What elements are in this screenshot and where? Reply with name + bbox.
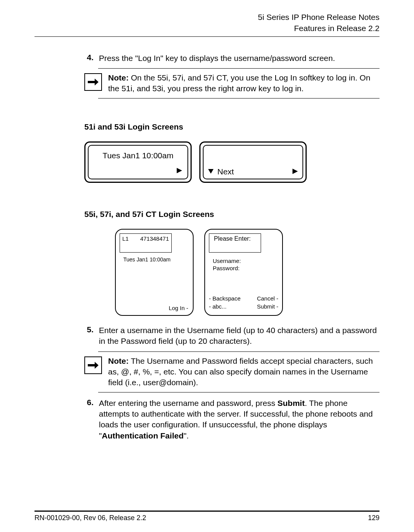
screen-51-left-inner: Tues Jan1 10:00am [88,145,188,179]
step-5: 5. Enter a username in the Username fiel… [84,325,380,347]
arrow-right-icon [84,73,102,91]
right-arrow-icon-2 [292,168,299,176]
note1-bottom-rule [98,98,380,99]
header-rule [34,36,380,37]
abc-softkey: - abc... [209,303,227,310]
arrow-right-icon-2 [84,356,102,374]
down-arrow-icon [207,167,214,176]
header-line2: Features in Release 2.2 [34,23,380,34]
step-4: 4. Press the "Log In" key to displays th… [84,53,380,64]
note1-top-rule [98,68,380,69]
step-6-submit: Submit [278,399,305,407]
step-4-number: 4. [84,53,94,64]
submit-softkey: Submit - [257,303,278,310]
screen-51-right-inner: Next [203,145,303,179]
step-6-number: 6. [84,398,94,441]
screen-51-left: Tues Jan1 10:00am [84,141,192,183]
note-1-body: On the 55i, 57i, and 57i CT, you use the… [108,73,370,93]
login-screens-55-57: L1 471348471 Tues Jan1 10:00am Log In - … [115,229,380,316]
next-text: Next [217,167,234,176]
backspace-softkey: - Backspace [209,295,241,302]
step-6-text3: ". [184,431,189,440]
footer-page-number: 129 [368,514,380,522]
note2-bottom-rule [98,392,380,392]
note-2-text: Note: The Username and Password fields a… [108,356,380,388]
screen-51-right: Next [199,141,307,183]
screen-55b-softkeys: - Backspace Cancel - - abc... Submit - [209,295,278,311]
note-1-text: Note: On the 55i, 57i, and 57i CT, you u… [108,72,380,94]
step-6: 6. After entering the username and passw… [84,398,380,441]
screen-55-login-softkey: Log In - [169,305,188,311]
footer-left: RN-001029-00, Rev 06, Release 2.2 [34,514,146,522]
right-arrow-icon [93,166,183,176]
next-label-group: Next [207,167,234,176]
note2-top-rule [98,351,380,352]
screen-55-number: 471348471 [140,235,169,251]
page: 5i Series IP Phone Release Notes Feature… [0,0,414,532]
step-6-text: After entering the username and password… [99,398,380,441]
screen-55-time: Tues Jan1 10:00am [120,256,189,263]
header: 5i Series IP Phone Release Notes Feature… [34,11,380,34]
step-4-text: Press the "Log In" key to displays the u… [99,53,380,64]
subheading-55-57: 55i, 57i, and 57i CT Login Screens [84,210,380,219]
screen-55-right: Please Enter: Username: Password: - Back… [204,229,283,316]
header-line1: 5i Series IP Phone Release Notes [34,11,380,23]
note-1-label: Note: [108,73,129,82]
content: 4. Press the "Log In" key to displays th… [34,53,380,441]
note-2: Note: The Username and Password fields a… [84,356,380,388]
step-6-authfail: Authentication Failed [102,431,184,440]
step-6-text1: After entering the username and password… [99,399,278,407]
username-label: Username: [213,257,278,265]
screen-55b-fields: Username: Password: [213,257,278,272]
footer: RN-001029-00, Rev 06, Release 2.2 129 [34,509,380,522]
note-2-label: Note: [108,356,129,365]
screen-55-line-box: L1 471348471 [120,233,172,253]
step-5-number: 5. [84,325,94,347]
password-label: Password: [213,264,278,272]
login-screens-51-53: Tues Jan1 10:00am Next [84,141,380,183]
screen-55-left: L1 471348471 Tues Jan1 10:00am Log In - [115,229,194,316]
screen-55b-please: Please Enter: [214,235,251,241]
footer-rule [34,511,380,512]
note-2-body: The Username and Password fields accept … [108,356,373,387]
note-1: Note: On the 55i, 57i, and 57i CT, you u… [84,72,380,94]
screen-55-line: L1 [122,235,129,251]
screen-55b-title-box: Please Enter: [209,233,261,253]
subheading-51-53: 51i and 53i Login Screens [84,122,380,131]
screen-51-time: Tues Jan1 10:00am [93,151,183,160]
step-5-text: Enter a username in the Username field (… [99,325,380,347]
cancel-softkey: Cancel - [257,295,278,302]
